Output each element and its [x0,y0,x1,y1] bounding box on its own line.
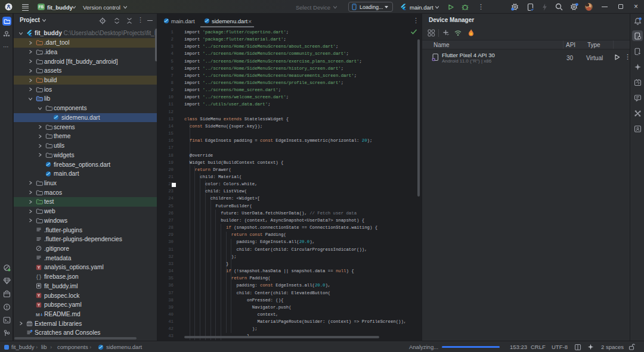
svg-text:M: M [36,312,40,317]
svg-text:{}: {} [36,274,42,279]
